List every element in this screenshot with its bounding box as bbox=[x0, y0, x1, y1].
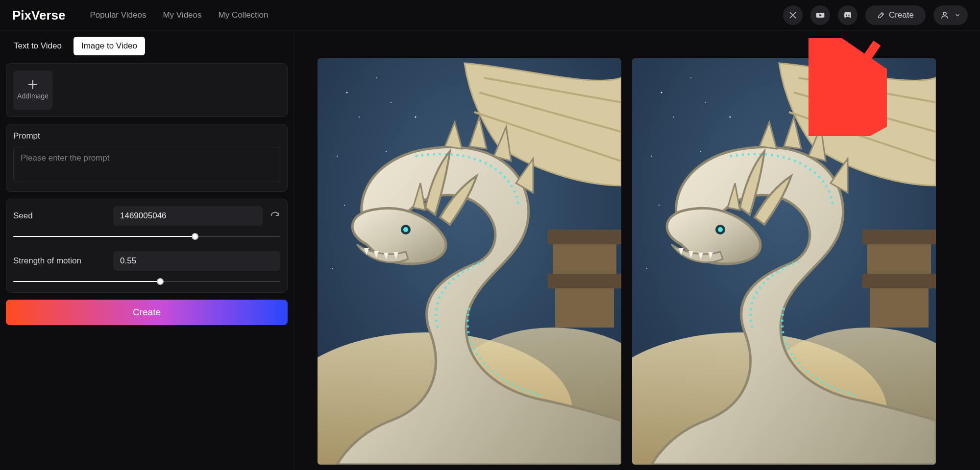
image-card: AddImage bbox=[6, 63, 288, 117]
svg-point-38 bbox=[673, 117, 674, 118]
youtube-icon[interactable] bbox=[810, 5, 830, 25]
result-thumbnail-1[interactable] bbox=[318, 58, 621, 465]
wand-icon bbox=[877, 11, 885, 19]
svg-point-12 bbox=[332, 268, 333, 269]
svg-rect-43 bbox=[862, 230, 936, 244]
logo[interactable]: PixVerse bbox=[12, 8, 65, 23]
svg-rect-19 bbox=[548, 230, 621, 244]
svg-point-4 bbox=[943, 12, 946, 15]
nav-popular-videos[interactable]: Popular Videos bbox=[90, 10, 146, 20]
svg-point-2 bbox=[846, 15, 847, 16]
create-button-label: Create bbox=[889, 10, 914, 20]
header: PixVerse Popular Videos My Videos My Col… bbox=[0, 0, 980, 31]
motion-input[interactable] bbox=[113, 251, 280, 271]
nav: Popular Videos My Videos My Collection bbox=[90, 10, 268, 20]
nav-my-videos[interactable]: My Videos bbox=[163, 10, 201, 20]
add-image-button[interactable]: AddImage bbox=[13, 70, 52, 110]
refresh-icon[interactable] bbox=[270, 211, 280, 221]
result-thumbnail-2[interactable] bbox=[632, 58, 936, 465]
svg-point-6 bbox=[346, 92, 348, 94]
prompt-card: Prompt bbox=[6, 124, 288, 192]
left-panel: Text to Video Image to Video AddImage Pr… bbox=[0, 31, 294, 470]
svg-rect-20 bbox=[553, 244, 616, 274]
add-image-label: AddImage bbox=[17, 92, 49, 100]
corner-mask bbox=[951, 441, 980, 470]
svg-rect-21 bbox=[548, 274, 621, 288]
user-icon bbox=[940, 11, 949, 20]
svg-point-3 bbox=[848, 15, 850, 16]
motion-slider[interactable] bbox=[13, 278, 280, 285]
svg-rect-46 bbox=[870, 288, 929, 328]
svg-rect-45 bbox=[862, 274, 936, 288]
seed-row: Seed bbox=[13, 206, 280, 226]
svg-point-7 bbox=[376, 77, 377, 78]
seed-slider[interactable] bbox=[13, 233, 280, 240]
discord-icon[interactable] bbox=[838, 5, 858, 25]
svg-point-9 bbox=[337, 156, 338, 157]
create-button[interactable]: Create bbox=[865, 5, 926, 25]
plus-icon bbox=[28, 80, 37, 89]
mode-tabs: Text to Video Image to Video bbox=[6, 37, 288, 55]
chevron-down-icon bbox=[954, 12, 961, 19]
svg-point-14 bbox=[359, 117, 360, 118]
svg-point-16 bbox=[391, 102, 392, 103]
nav-my-collection[interactable]: My Collection bbox=[219, 10, 269, 20]
motion-label: Strength of motion bbox=[13, 256, 106, 266]
prompt-label: Prompt bbox=[13, 131, 280, 141]
tab-image-to-video[interactable]: Image to Video bbox=[74, 37, 145, 55]
svg-point-30 bbox=[661, 92, 662, 94]
params-card: Seed Strength of motion bbox=[6, 199, 288, 293]
user-menu[interactable] bbox=[933, 5, 968, 25]
seed-input[interactable] bbox=[113, 206, 263, 226]
tab-text-to-video[interactable]: Text to Video bbox=[6, 37, 70, 55]
svg-point-15 bbox=[344, 205, 345, 206]
svg-point-13 bbox=[386, 151, 387, 152]
header-right: Create bbox=[783, 5, 968, 25]
svg-point-52 bbox=[718, 227, 723, 232]
svg-point-31 bbox=[690, 77, 691, 78]
svg-point-39 bbox=[659, 205, 660, 206]
x-icon[interactable] bbox=[783, 5, 803, 25]
results-area bbox=[294, 31, 980, 470]
svg-point-28 bbox=[403, 227, 408, 232]
seed-label: Seed bbox=[13, 211, 106, 221]
svg-point-36 bbox=[646, 268, 647, 269]
svg-point-32 bbox=[730, 117, 731, 118]
svg-point-33 bbox=[651, 156, 652, 157]
svg-point-40 bbox=[705, 102, 706, 103]
svg-point-37 bbox=[700, 151, 701, 152]
motion-row: Strength of motion bbox=[13, 251, 280, 271]
prompt-input[interactable] bbox=[13, 147, 280, 182]
svg-point-8 bbox=[415, 117, 416, 118]
body: Text to Video Image to Video AddImage Pr… bbox=[0, 31, 980, 470]
svg-rect-22 bbox=[555, 288, 614, 328]
svg-rect-44 bbox=[867, 244, 931, 274]
generate-button[interactable]: Create bbox=[6, 300, 288, 325]
